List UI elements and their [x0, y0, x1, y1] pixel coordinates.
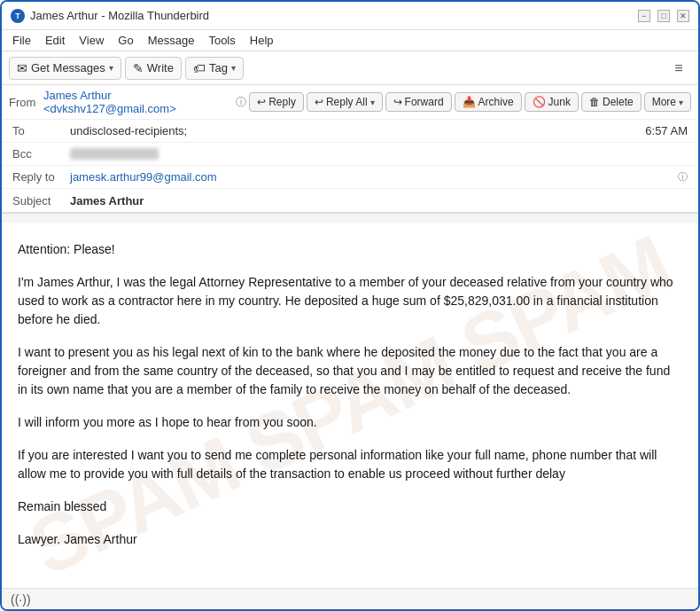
forward-icon: ↪: [393, 96, 402, 108]
bcc-field: Bcc: [2, 143, 698, 166]
from-label: From: [9, 96, 37, 109]
email-header: From James Arthur <dvkshv127@gmail.com> …: [2, 85, 698, 213]
tag-button[interactable]: 🏷 Tag ▾: [185, 57, 244, 80]
email-paragraph-1: I'm James Arthur, I was the legal Attorn…: [18, 273, 682, 329]
reply-all-button[interactable]: ↩ Reply All ▾: [307, 92, 383, 112]
more-dropdown-arrow[interactable]: ▾: [679, 98, 683, 107]
reply-to-value: jamesk.arthur99@gmail.com: [70, 170, 674, 184]
to-field: To undisclosed-recipients; 6:57 AM: [2, 120, 698, 143]
delete-button[interactable]: 🗑 Delete: [581, 92, 642, 112]
header-body-divider: [2, 213, 698, 214]
reply-to-field: Reply to jamesk.arthur99@gmail.com ⓘ: [2, 166, 698, 189]
main-window: T James Arthur - Mozilla Thunderbird − □…: [0, 0, 700, 611]
archive-icon: 📥: [463, 96, 476, 108]
menu-file[interactable]: File: [7, 32, 36, 49]
reply-to-info-icon[interactable]: ⓘ: [678, 170, 688, 184]
reply-all-dropdown-arrow[interactable]: ▾: [370, 98, 375, 107]
toolbar: ✉ Get Messages ▾ ✎ Write 🏷 Tag ▾ ≡: [2, 51, 698, 85]
menu-message[interactable]: Message: [143, 32, 200, 49]
reply-icon: ↩: [257, 96, 266, 108]
trash-icon: 🗑: [589, 96, 600, 108]
action-bar: From James Arthur <dvkshv127@gmail.com> …: [2, 85, 698, 120]
connection-icon: ((·)): [11, 592, 31, 607]
window-controls: − □ ✕: [638, 10, 689, 22]
subject-field: Subject James Arthur: [2, 189, 698, 212]
reply-to-label: Reply to: [12, 170, 70, 184]
email-greeting: Attention: Please!: [18, 240, 682, 259]
menu-bar: File Edit View Go Message Tools Help: [2, 30, 698, 51]
bcc-label: Bcc: [12, 147, 70, 161]
menu-edit[interactable]: Edit: [40, 32, 70, 49]
forward-button[interactable]: ↪ Forward: [385, 92, 452, 112]
subject-label: Subject: [12, 194, 70, 208]
title-bar: T James Arthur - Mozilla Thunderbird − □…: [2, 2, 698, 30]
status-bar: ((·)): [2, 588, 698, 609]
to-value: undisclosed-recipients;: [70, 124, 645, 137]
menu-go[interactable]: Go: [113, 32, 138, 49]
menu-tools[interactable]: Tools: [203, 32, 240, 49]
get-messages-dropdown-arrow[interactable]: ▾: [109, 63, 113, 73]
bcc-value-blurred: [70, 148, 159, 160]
minimize-button[interactable]: −: [638, 10, 650, 22]
app-icon: T: [11, 9, 25, 23]
email-paragraph-2: I want to present you as his legal next …: [18, 343, 682, 399]
window-title: James Arthur - Mozilla Thunderbird: [30, 9, 209, 22]
hamburger-menu-button[interactable]: ≡: [666, 56, 691, 81]
tag-icon: 🏷: [193, 61, 206, 75]
archive-button[interactable]: 📥 Archive: [455, 92, 522, 112]
email-time: 6:57 AM: [645, 124, 688, 137]
maximize-button[interactable]: □: [657, 10, 670, 22]
email-paragraph-4: If you are interested I want you to send…: [18, 446, 682, 483]
menu-view[interactable]: View: [74, 32, 109, 49]
to-label: To: [12, 124, 70, 137]
reply-all-icon: ↩: [315, 96, 323, 108]
junk-icon: 🚫: [533, 96, 546, 108]
email-body: SPAM SPAM SPAM Attention: Please! I'm Ja…: [2, 223, 698, 588]
email-paragraph-3: I will inform you more as I hope to hear…: [18, 413, 682, 432]
close-button[interactable]: ✕: [677, 10, 689, 22]
pencil-icon: ✎: [133, 61, 144, 75]
email-closing-2: Lawyer. James Arthur: [18, 530, 682, 549]
menu-help[interactable]: Help: [245, 32, 279, 49]
write-button[interactable]: ✎ Write: [125, 57, 182, 80]
sender-info-icon[interactable]: ⓘ: [236, 95, 246, 110]
more-button[interactable]: More ▾: [644, 92, 691, 112]
junk-button[interactable]: 🚫 Junk: [525, 92, 579, 112]
title-bar-left: T James Arthur - Mozilla Thunderbird: [11, 9, 209, 23]
from-value: James Arthur <dvkshv127@gmail.com>: [43, 89, 229, 115]
reply-button[interactable]: ↩ Reply: [249, 92, 304, 112]
subject-value: James Arthur: [70, 194, 144, 208]
get-messages-button[interactable]: ✉ Get Messages ▾: [9, 57, 121, 80]
envelope-icon: ✉: [17, 61, 27, 75]
email-closing-1: Remain blessed: [18, 497, 682, 516]
tag-dropdown-arrow[interactable]: ▾: [231, 63, 236, 73]
